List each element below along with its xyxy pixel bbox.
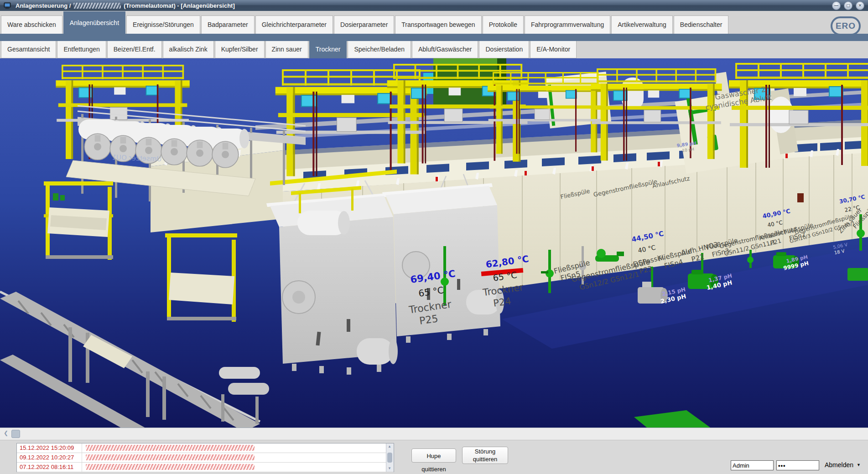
event-log-table[interactable]: 15.12.2022 15:20:09 09.12.2022 10:20:27 …	[16, 443, 394, 472]
plant-3d-scene[interactable]: Gaswäscher 2cyanidische Abluft9,89 pH10 …	[0, 58, 868, 428]
ero-logo: ERO	[831, 16, 861, 36]
subtab-speicher-beladen[interactable]: Speicher/Beladen	[348, 41, 411, 58]
logout-label[interactable]: Abmelden	[825, 461, 853, 469]
application-window: Anlagensteuerung / (Trommelautomat) - [A…	[0, 0, 868, 474]
subtab-abluft-gaswaescher[interactable]: Abluft/Gaswäscher	[412, 41, 478, 58]
scroll-left-icon[interactable]: ❮	[4, 430, 8, 436]
maximize-icon[interactable]: ▢	[844, 1, 852, 10]
password-field[interactable]	[776, 460, 819, 470]
redacted-plant-name	[73, 3, 121, 9]
scroll-down-icon[interactable]: ▼	[388, 467, 391, 470]
bottom-panel: 15.12.2022 15:20:09 09.12.2022 10:20:27 …	[0, 440, 868, 474]
tab-transportwagen-bewegen[interactable]: Transportwagen bewegen	[395, 15, 481, 34]
log-message	[82, 443, 386, 453]
log-vscrollbar[interactable]: ▲ ▼	[386, 443, 394, 472]
close-icon[interactable]: ✕	[856, 1, 864, 10]
fault-acknowledge-button[interactable]: Störung quittieren	[462, 447, 508, 464]
tab-badparameter[interactable]: Badparameter	[201, 15, 255, 34]
log-timestamp: 15.12.2022 15:20:09	[17, 443, 82, 453]
log-message	[82, 453, 386, 462]
subtab-zinn-sauer[interactable]: Zinn sauer	[265, 41, 308, 58]
tab-dosierparameter[interactable]: Dosierparameter	[334, 15, 394, 34]
tab-gleichrichterparameter[interactable]: Gleichrichterparameter	[255, 15, 333, 34]
window-controls: — ▢ ✕	[832, 1, 864, 10]
username-field[interactable]	[731, 460, 774, 470]
title-prefix: Anlagensteuerung /	[16, 2, 71, 9]
log-row[interactable]: 09.12.2022 10:20:27	[17, 453, 394, 463]
log-message	[82, 463, 386, 472]
log-timestamp: 07.12.2022 08:16:11	[17, 463, 82, 472]
subtab-dosierstation[interactable]: Dosierstation	[479, 41, 529, 58]
dropdown-caret-icon[interactable]: ▼	[857, 463, 861, 467]
horn-acknowledge-button[interactable]: Hupe quittieren	[411, 448, 456, 463]
hscroll-thumb[interactable]	[11, 430, 20, 438]
viewport-hscrollbar[interactable]: ❮	[0, 428, 868, 440]
title-bar: Anlagensteuerung / (Trommelautomat) - [A…	[0, 0, 868, 11]
subtab-alkalisch-zink[interactable]: alkalisch Zink	[163, 41, 214, 58]
main-tab-bar: Ware abschicken Anlagenübersicht Ereigni…	[0, 11, 868, 34]
title-suffix: (Trommelautomat) - [Anlagenübersicht]	[124, 2, 234, 9]
tab-ereignisse-stoerungen[interactable]: Ereignisse/Störungen	[126, 15, 200, 34]
redacted-log-text	[86, 454, 255, 460]
subtab-kupfer-silber[interactable]: Kupfer/Silber	[215, 41, 265, 58]
tab-protokolle[interactable]: Protokolle	[483, 15, 524, 34]
scene-label: Umsetzer OU1	[112, 153, 161, 163]
subtab-beizen-el-entf[interactable]: Beizen/El.Entf.	[107, 41, 162, 58]
vscroll-thumb[interactable]	[387, 453, 392, 463]
app-monitor-icon	[4, 2, 12, 9]
log-timestamp: 09.12.2022 10:20:27	[17, 453, 82, 462]
accent-bar	[0, 34, 868, 41]
tab-ware-abschicken[interactable]: Ware abschicken	[1, 15, 62, 34]
tab-fahrprogrammverwaltung[interactable]: Fahrprogrammverwaltung	[525, 15, 610, 34]
redacted-log-text	[86, 464, 255, 470]
scroll-up-icon[interactable]: ▲	[388, 445, 391, 448]
subtab-entfettungen[interactable]: Entfettungen	[57, 41, 106, 58]
tab-artikelverwaltung[interactable]: Artikelverwaltung	[611, 15, 673, 34]
tab-header: Ware abschicken Anlagenübersicht Ereigni…	[0, 11, 868, 58]
tab-bedienschalter[interactable]: Bedienschalter	[674, 15, 729, 34]
subtab-gesamtansicht[interactable]: Gesamtansicht	[1, 41, 56, 58]
subtab-trockner[interactable]: Trockner	[309, 41, 347, 58]
tab-anlagenuebersicht[interactable]: Anlagenübersicht	[63, 11, 125, 34]
log-row[interactable]: 07.12.2022 08:16:11	[17, 463, 394, 472]
minimize-icon[interactable]: —	[832, 1, 841, 10]
log-row[interactable]: 15.12.2022 15:20:09	[17, 443, 394, 453]
sub-tab-bar: Gesamtansicht Entfettungen Beizen/El.Ent…	[0, 41, 868, 58]
subtab-ea-monitor[interactable]: E/A-Monitor	[530, 41, 577, 58]
plant-3d-viewport[interactable]: Gaswäscher 2cyanidische Abluft9,89 pH10 …	[0, 58, 868, 428]
redacted-log-text	[86, 445, 255, 451]
